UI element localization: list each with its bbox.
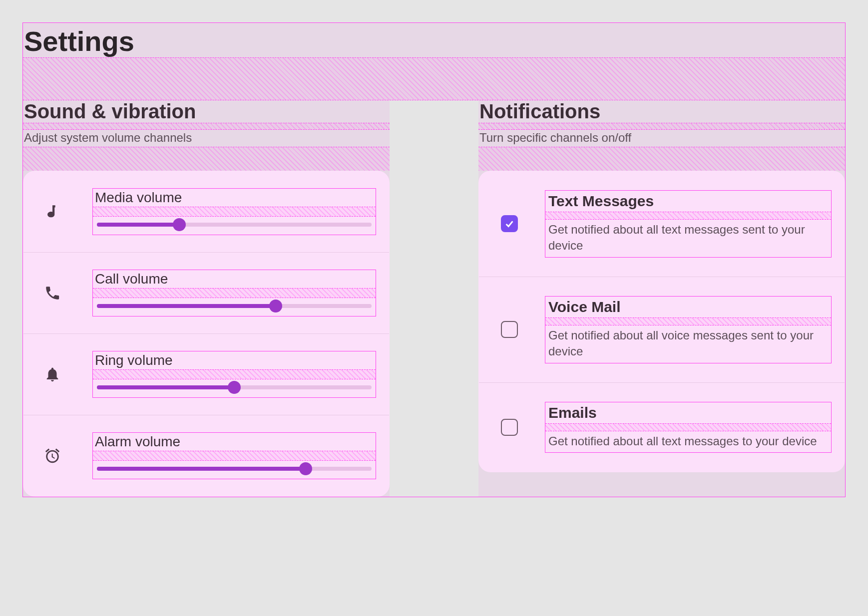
slider-row-alarm: Alarm volume	[23, 415, 389, 496]
notifications-section: Notifications Turn specific channels on/…	[478, 100, 845, 497]
notification-desc: Get notified about all text messages sen…	[545, 220, 831, 257]
checkbox-voice-mail[interactable]	[501, 321, 518, 338]
section-title-notifications: Notifications	[478, 100, 845, 123]
slider-label: Ring volume	[93, 351, 376, 369]
notification-body: Text Messages Get notified about all tex…	[545, 190, 832, 258]
alarm-icon	[36, 447, 68, 464]
slider-label: Media volume	[93, 189, 376, 207]
spacer	[93, 207, 376, 217]
spacer	[545, 317, 831, 325]
settings-page: Settings Sound & vibration Adjust system…	[22, 22, 846, 497]
slider-fill	[97, 385, 234, 389]
section-subtitle-sound: Adjust system volume channels	[23, 130, 390, 147]
spacer	[23, 147, 390, 171]
slider-body: Call volume	[92, 270, 376, 316]
slider-thumb[interactable]	[228, 381, 241, 394]
spacer	[93, 451, 376, 461]
call-volume-slider[interactable]	[97, 301, 372, 311]
spacer	[23, 57, 845, 100]
slider-fill	[97, 304, 276, 308]
slider-body: Alarm volume	[92, 432, 376, 479]
slider-label: Alarm volume	[93, 433, 376, 451]
slider-label: Call volume	[93, 270, 376, 288]
column-gap	[390, 100, 478, 497]
spacer	[545, 212, 831, 220]
slider-thumb[interactable]	[269, 300, 282, 312]
slider-thumb[interactable]	[299, 462, 312, 475]
columns: Sound & vibration Adjust system volume c…	[23, 100, 845, 497]
notification-row-voice-mail: Voice Mail Get notified about all voice …	[479, 277, 845, 383]
slider-body: Media volume	[92, 188, 376, 235]
slider-body: Ring volume	[92, 351, 376, 398]
music-note-icon	[36, 203, 68, 220]
spacer	[478, 123, 845, 130]
page-title: Settings	[23, 23, 845, 57]
notification-body: Emails Get notified about all text messa…	[545, 402, 832, 453]
notification-title: Text Messages	[545, 191, 831, 212]
slider-fill	[97, 467, 306, 471]
sound-section: Sound & vibration Adjust system volume c…	[23, 100, 390, 497]
notification-row-text-messages: Text Messages Get notified about all tex…	[479, 171, 845, 277]
sound-card: Media volume	[23, 171, 390, 497]
slider-row-media: Media volume	[23, 171, 389, 253]
spacer	[478, 147, 845, 171]
media-volume-slider[interactable]	[97, 220, 372, 230]
slider-row-ring: Ring volume	[23, 334, 389, 415]
alarm-volume-slider[interactable]	[97, 464, 372, 474]
notification-title: Voice Mail	[545, 297, 831, 317]
notification-desc: Get notified about all text messages to …	[545, 431, 831, 452]
section-title-sound: Sound & vibration	[23, 100, 390, 123]
notification-body: Voice Mail Get notified about all voice …	[545, 296, 832, 363]
slider-thumb[interactable]	[173, 218, 186, 231]
checkbox-text-messages[interactable]	[501, 215, 518, 232]
spacer	[93, 369, 376, 379]
notification-title: Emails	[545, 402, 831, 423]
slider-row-call: Call volume	[23, 253, 389, 334]
spacer	[93, 288, 376, 298]
spacer	[23, 123, 390, 130]
bell-icon	[36, 366, 68, 383]
notification-desc: Get notified about all voice messages se…	[545, 325, 831, 363]
notifications-card: Text Messages Get notified about all tex…	[478, 171, 845, 472]
spacer	[545, 423, 831, 431]
slider-fill	[97, 223, 179, 227]
phone-icon	[36, 285, 68, 302]
section-subtitle-notifications: Turn specific channels on/off	[478, 130, 845, 147]
notification-row-emails: Emails Get notified about all text messa…	[479, 383, 845, 472]
checkbox-emails[interactable]	[501, 419, 518, 436]
ring-volume-slider[interactable]	[97, 382, 372, 392]
